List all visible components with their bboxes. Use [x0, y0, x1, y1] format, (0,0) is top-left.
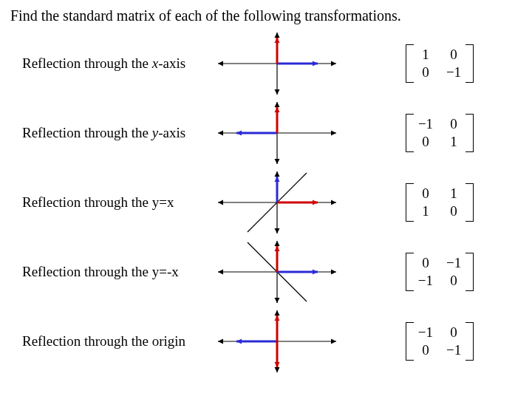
bracket-right [466, 44, 474, 83]
svg-marker-5 [275, 33, 280, 38]
label-text-post: y=-x [152, 264, 179, 279]
svg-marker-31 [275, 228, 280, 233]
label-axis-var: x [152, 55, 158, 71]
bracket-left [406, 253, 414, 291]
m-d: 0 [446, 273, 461, 289]
svg-marker-53 [218, 339, 223, 344]
svg-marker-29 [275, 171, 280, 177]
m-b: 0 [446, 324, 461, 341]
svg-marker-23 [275, 107, 280, 112]
m-a: 0 [418, 185, 433, 202]
label-text-post: -axis [158, 55, 185, 71]
label-text-pre: Reflection through the [22, 194, 152, 210]
reflection-label: Reflection through the y-axis [0, 124, 207, 142]
label-text-pre: Reflection through the [22, 55, 152, 71]
svg-marker-57 [275, 367, 280, 372]
m-c: 0 [418, 64, 433, 81]
label-text-post: origin [152, 333, 185, 349]
m-b: 0 [446, 47, 461, 63]
svg-marker-63 [275, 316, 280, 321]
svg-marker-17 [275, 102, 280, 107]
svg-marker-51 [331, 339, 336, 344]
m-b: 1 [446, 185, 461, 202]
m-a: 0 [418, 255, 433, 271]
m-d: −1 [446, 64, 461, 81]
reflection-matrix: 100−1 [347, 44, 532, 83]
m-b: 0 [446, 116, 461, 132]
svg-marker-34 [275, 177, 280, 182]
reflection-label: Reflection through the origin [0, 332, 207, 350]
reflection-matrix: 0−1−10 [347, 253, 532, 291]
rows-container: Reflection through the x-axis100−1Reflec… [0, 24, 532, 376]
svg-marker-11 [275, 38, 280, 43]
svg-marker-19 [275, 159, 280, 164]
label-text-post: -axis [158, 125, 185, 140]
label-text-pre: Reflection through the [22, 333, 152, 349]
svg-marker-42 [275, 241, 280, 246]
bracket-left [406, 114, 414, 152]
reflection-diagram [207, 237, 347, 307]
page-title: Find the standard matrix of each of the … [0, 0, 532, 24]
m-d: 0 [446, 203, 461, 219]
svg-marker-9 [313, 61, 318, 66]
svg-marker-1 [331, 61, 336, 66]
reflection-label: Reflection through the x-axis [0, 55, 207, 72]
bracket-right [466, 183, 474, 222]
svg-marker-61 [275, 362, 280, 367]
svg-marker-49 [275, 246, 280, 251]
svg-marker-59 [236, 339, 242, 344]
m-b: −1 [446, 255, 461, 271]
svg-marker-44 [275, 298, 280, 303]
m-a: −1 [418, 324, 433, 341]
svg-marker-38 [331, 270, 336, 275]
m-c: 0 [418, 134, 433, 150]
reflection-diagram [207, 29, 347, 98]
svg-marker-27 [218, 200, 223, 205]
bracket-right [466, 322, 474, 361]
svg-marker-3 [218, 61, 223, 66]
label-axis-var: y [152, 125, 158, 140]
reflection-diagram [207, 168, 347, 237]
svg-marker-55 [275, 310, 280, 316]
reflection-matrix: −1001 [347, 114, 532, 152]
bracket-right [466, 253, 474, 291]
svg-marker-21 [236, 131, 242, 136]
reflection-row: Reflection through the origin−100−1 [0, 307, 532, 376]
reflection-diagram [207, 98, 347, 168]
svg-marker-40 [218, 270, 223, 275]
m-c: 0 [418, 342, 433, 358]
reflection-row: Reflection through the x-axis100−1 [0, 29, 532, 98]
svg-marker-25 [331, 200, 336, 205]
svg-marker-36 [313, 200, 318, 205]
svg-marker-7 [275, 89, 280, 95]
m-d: 1 [446, 134, 461, 150]
reflection-row: Reflection through the y=-x0−1−10 [0, 237, 532, 307]
bracket-left [406, 183, 414, 222]
reflection-label: Reflection through the y=-x [0, 263, 207, 281]
m-c: −1 [418, 273, 433, 289]
bracket-left [406, 322, 414, 361]
svg-marker-15 [218, 131, 223, 136]
reflection-row: Reflection through the y=x0110 [0, 168, 532, 237]
reflection-label: Reflection through the y=x [0, 194, 207, 211]
m-a: −1 [418, 116, 433, 132]
m-c: 1 [418, 203, 433, 219]
bracket-right [466, 114, 474, 152]
m-d: −1 [446, 342, 461, 358]
svg-marker-13 [331, 131, 336, 136]
bracket-left [406, 44, 414, 83]
label-text-pre: Reflection through the [22, 264, 152, 279]
label-text-pre: Reflection through the [22, 125, 152, 140]
reflection-matrix: −100−1 [347, 322, 532, 361]
reflection-row: Reflection through the y-axis−1001 [0, 98, 532, 168]
reflection-matrix: 0110 [347, 183, 532, 222]
svg-marker-47 [313, 270, 318, 275]
m-a: 1 [418, 47, 433, 63]
label-text-post: y=x [152, 194, 174, 210]
reflection-diagram [207, 307, 347, 376]
